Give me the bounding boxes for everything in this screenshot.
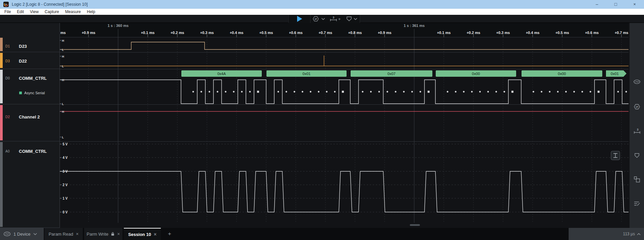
channel-row-d1[interactable]: D1D23 — [0, 37, 60, 52]
channel-name-label: COMM_CTRL — [19, 149, 47, 154]
menu-capture[interactable]: Capture — [42, 9, 62, 15]
tab-close-button[interactable]: × — [117, 232, 120, 236]
serial-byte-value: 0x07 — [388, 72, 396, 76]
bit-sample-dot — [463, 91, 465, 93]
channel-name-label: D23 — [19, 44, 27, 49]
voltage-label: 1 V — [63, 197, 68, 200]
ruler-tick-label: +0.3 ms — [200, 31, 214, 35]
serial-byte-value: 0x4A — [217, 72, 226, 76]
menu-measure[interactable]: Measure — [62, 9, 84, 15]
stop-bit-marker — [598, 91, 600, 93]
chevron-down-icon — [354, 18, 357, 20]
chevron-down-icon — [322, 18, 325, 20]
bit-sample-dot — [403, 91, 405, 93]
bit-sample-dot — [447, 91, 449, 93]
bit-sample-dot — [387, 91, 388, 93]
zoom-label: 113 µs — [623, 232, 635, 236]
channel-row-a0[interactable]: A0COMM_CTRL — [0, 141, 60, 228]
channel-id-label: D2 — [5, 115, 10, 119]
measure-ruler-icon: 3 — [330, 16, 336, 21]
tab-parm-write[interactable]: Parm Write× — [84, 228, 122, 240]
channel-row-d0[interactable]: D0COMM_CTRLAsync Serial — [0, 69, 60, 104]
voltage-label: 0 V — [63, 210, 68, 214]
bit-sample-dot — [370, 91, 372, 93]
ruler-tick-label: +0.9 ms — [378, 31, 392, 35]
channel-name-label: COMM_CTRL — [19, 76, 47, 81]
analog-scale-button[interactable] — [611, 151, 620, 160]
device-selector[interactable]: 1 Device — [0, 228, 44, 240]
bit-sample-dot — [617, 91, 619, 93]
bit-sample-dot — [362, 91, 363, 93]
bit-sample-dot — [487, 91, 489, 93]
bit-sample-dot — [241, 91, 243, 93]
tab-strip: Param Read×Parm Write×Session 10×+ — [44, 228, 569, 240]
markers-button[interactable] — [343, 15, 360, 23]
level-label: H — [62, 78, 64, 82]
close-button[interactable]: × — [625, 0, 644, 9]
channel-name-label: Channel 2 — [19, 114, 40, 119]
voltage-label: 5 V — [63, 142, 68, 146]
tab-session-10[interactable]: Session 10× — [124, 228, 161, 240]
sidebar-measure-button[interactable]: 3 — [632, 127, 642, 136]
trigger-hexagon-icon: 1F — [313, 16, 319, 21]
menu-help[interactable]: Help — [84, 9, 98, 15]
channel-name-label: D22 — [19, 59, 27, 64]
zoom-indicator[interactable]: 113 µs — [623, 228, 641, 240]
sidebar-trigger-button[interactable]: 1F — [632, 102, 642, 111]
channel-row-d2[interactable]: D2Channel 2 — [0, 104, 60, 141]
svg-text:1F: 1F — [314, 18, 317, 20]
ruler-tick-label: +0.5 ms — [259, 31, 273, 35]
channel-row-d3[interactable]: D3D22 — [0, 52, 60, 69]
chevron-up-icon — [637, 233, 641, 235]
channel-color-strip — [0, 142, 3, 227]
bit-sample-dot — [294, 91, 295, 93]
markers-icon — [633, 152, 641, 160]
ruler-tick-label: +0.3 ms — [496, 31, 510, 35]
voltage-label: 4 V — [63, 156, 68, 160]
annotations-icon — [633, 200, 641, 208]
menu-view[interactable]: View — [27, 9, 42, 15]
sidebar-markers-button[interactable] — [632, 151, 642, 161]
ruler-tick-label: +0.9 ms — [82, 31, 96, 35]
analyzer-name-label: Async Serial — [24, 91, 45, 95]
tab-label: Parm Write — [87, 232, 109, 237]
analyzer-row[interactable]: Async Serial — [19, 91, 45, 95]
menu-edit[interactable]: Edit — [14, 9, 27, 15]
sidebar-device-button[interactable] — [632, 77, 642, 87]
app-logo-icon — [3, 2, 9, 7]
trigger-icon: 1F — [633, 103, 641, 111]
serial-byte-value: 0x00 — [558, 72, 566, 76]
tab-close-button[interactable]: × — [154, 232, 156, 237]
minimize-button[interactable]: – — [587, 0, 606, 9]
analyzer-color-swatch — [19, 92, 22, 94]
voltage-label: 2 V — [63, 183, 68, 187]
tab-label: Session 10 — [128, 232, 151, 237]
tab-param-read[interactable]: Param Read× — [44, 228, 83, 240]
tab-close-button[interactable]: × — [76, 232, 78, 236]
sidebar-annotations-button[interactable] — [632, 199, 642, 208]
horizontal-scrollbar[interactable] — [410, 224, 420, 226]
ruler-tick-label: +0.7 ms — [615, 31, 629, 35]
sidebar-extensions-button[interactable] — [632, 175, 642, 184]
bottom-bar: 1 Device Param Read×Parm Write×Session 1… — [0, 228, 644, 240]
stop-bit-marker — [257, 91, 259, 93]
d23-trace — [60, 42, 629, 49]
bit-sample-dot — [310, 91, 312, 93]
bit-sample-dot — [625, 91, 627, 93]
new-tab-button[interactable]: + — [164, 228, 175, 240]
menu-file[interactable]: File — [1, 9, 14, 15]
add-measure-icon: + — [338, 16, 341, 22]
channel-label-column: D1D23D3D22D0COMM_CTRLAsync SerialD2Chann… — [0, 23, 60, 228]
waveform-area[interactable]: +0.8 ms+0.9 ms+0.1 ms+0.2 ms+0.3 ms+0.4 … — [60, 23, 629, 228]
level-label: L — [62, 48, 64, 52]
level-label: H — [62, 55, 64, 58]
svg-text:3: 3 — [637, 128, 638, 131]
trigger-button[interactable]: 1F — [311, 15, 327, 23]
bit-sample-dot — [549, 91, 550, 93]
maximize-button[interactable]: □ — [606, 0, 625, 9]
play-button[interactable] — [289, 15, 310, 23]
flag-icon — [347, 17, 351, 21]
bit-sample-dot — [286, 91, 287, 93]
logic2-window: Logic 2 [Logic 8 - Connected] [Session 1… — [0, 0, 644, 240]
measure-button[interactable]: 3 + — [327, 15, 343, 23]
